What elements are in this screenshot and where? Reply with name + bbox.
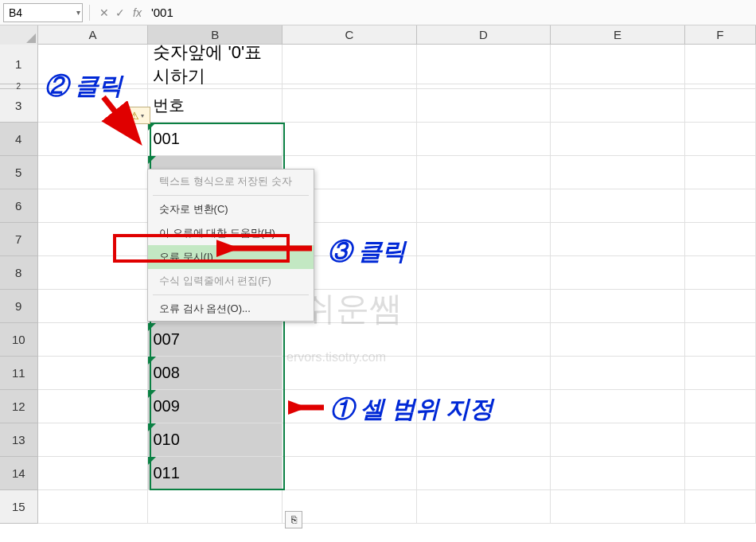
cell-d9[interactable] bbox=[417, 290, 551, 323]
cell-e13[interactable] bbox=[551, 423, 685, 457]
row-header-14[interactable]: 14 bbox=[0, 457, 38, 490]
cell-c3[interactable] bbox=[283, 89, 417, 123]
col-header-c[interactable]: C bbox=[283, 25, 417, 44]
chevron-down-icon[interactable]: ▾ bbox=[76, 8, 80, 17]
row-header-10[interactable]: 10 bbox=[0, 323, 38, 357]
cell-d14[interactable] bbox=[417, 457, 551, 490]
cell-f7[interactable] bbox=[685, 223, 756, 256]
cell-d6[interactable] bbox=[417, 189, 551, 223]
cell-d7[interactable] bbox=[417, 223, 551, 256]
cell-c14[interactable] bbox=[283, 457, 417, 490]
row-header-12[interactable]: 12 bbox=[0, 390, 38, 423]
cell-f6[interactable] bbox=[685, 189, 756, 223]
cell-a5[interactable] bbox=[38, 156, 149, 189]
cell-a8[interactable] bbox=[38, 256, 149, 290]
cell-e9[interactable] bbox=[551, 290, 685, 323]
cell-d15[interactable] bbox=[417, 490, 551, 524]
cell-b4[interactable]: 001 bbox=[148, 123, 283, 156]
cell-e11[interactable] bbox=[551, 357, 685, 390]
row-header-13[interactable]: 13 bbox=[0, 423, 38, 457]
cell-f5[interactable] bbox=[685, 156, 756, 189]
cell-e3[interactable] bbox=[551, 89, 685, 123]
cell-c13[interactable] bbox=[283, 423, 417, 457]
cell-c12[interactable] bbox=[283, 390, 417, 423]
cell-a6[interactable] bbox=[38, 189, 149, 223]
cell-e7[interactable] bbox=[551, 223, 685, 256]
row-header-7[interactable]: 7 bbox=[0, 223, 38, 256]
cancel-icon[interactable]: ✕ bbox=[99, 6, 109, 19]
menu-ignore-error[interactable]: 오류 무시(I) bbox=[148, 245, 314, 269]
cell-b12[interactable]: 009 bbox=[148, 390, 283, 423]
cell-d11[interactable] bbox=[417, 357, 551, 390]
cell-b13[interactable]: 010 bbox=[148, 423, 283, 457]
cell-d3[interactable] bbox=[417, 89, 551, 123]
menu-error-help[interactable]: 이 오류에 대한 도움말(H) bbox=[148, 221, 314, 245]
menu-convert-number[interactable]: 숫자로 변환(C) bbox=[148, 197, 314, 221]
cell-a1[interactable] bbox=[38, 45, 149, 84]
error-indicator[interactable]: ⚠ ▾ bbox=[123, 107, 150, 124]
cell-d5[interactable] bbox=[417, 156, 551, 189]
row-header-6[interactable]: 6 bbox=[0, 189, 38, 223]
cell-d12[interactable] bbox=[417, 390, 551, 423]
fx-label[interactable]: fx bbox=[133, 6, 142, 19]
cell-b1[interactable]: 숫자앞에 '0'표시하기 bbox=[148, 45, 283, 84]
row-header-8[interactable]: 8 bbox=[0, 256, 38, 290]
cell-d10[interactable] bbox=[417, 323, 551, 357]
cell-f3[interactable] bbox=[685, 89, 756, 123]
cell-f10[interactable] bbox=[685, 323, 756, 357]
cell-a12[interactable] bbox=[38, 390, 149, 423]
cell-f8[interactable] bbox=[685, 256, 756, 290]
cell-a7[interactable] bbox=[38, 223, 149, 256]
cell-a14[interactable] bbox=[38, 457, 149, 490]
menu-edit-formula-bar[interactable]: 수식 입력줄에서 편집(F) bbox=[148, 269, 314, 293]
cell-a15[interactable] bbox=[38, 490, 149, 524]
row-header-1[interactable]: 1 bbox=[0, 45, 38, 84]
cell-f12[interactable] bbox=[685, 390, 756, 423]
cell-b10[interactable]: 007 bbox=[148, 323, 283, 357]
cell-a13[interactable] bbox=[38, 423, 149, 457]
accept-icon[interactable]: ✓ bbox=[115, 6, 125, 19]
cell-f9[interactable] bbox=[685, 290, 756, 323]
cell-b15[interactable] bbox=[148, 490, 283, 524]
cell-a10[interactable] bbox=[38, 323, 149, 357]
cell-d13[interactable] bbox=[417, 423, 551, 457]
cell-f15[interactable] bbox=[685, 490, 756, 524]
paste-options-icon[interactable]: ⎘ bbox=[285, 511, 302, 528]
cell-c15[interactable] bbox=[283, 490, 417, 524]
row-header-15[interactable]: 15 bbox=[0, 490, 38, 524]
cell-e5[interactable] bbox=[551, 156, 685, 189]
cell-e6[interactable] bbox=[551, 189, 685, 223]
cell-c11[interactable] bbox=[283, 357, 417, 390]
cell-e10[interactable] bbox=[551, 323, 685, 357]
cell-a4[interactable] bbox=[38, 123, 149, 156]
row-header-3[interactable]: 3 bbox=[0, 89, 38, 123]
cell-e12[interactable] bbox=[551, 390, 685, 423]
col-header-e[interactable]: E bbox=[551, 25, 685, 44]
cell-f11[interactable] bbox=[685, 357, 756, 390]
cell-d8[interactable] bbox=[417, 256, 551, 290]
cell-f1[interactable] bbox=[685, 45, 756, 84]
cell-f4[interactable] bbox=[685, 123, 756, 156]
cell-b3[interactable]: 번호 bbox=[148, 89, 283, 123]
cell-b11[interactable]: 008 bbox=[148, 357, 283, 390]
cell-d1[interactable] bbox=[417, 45, 551, 84]
cell-e4[interactable] bbox=[551, 123, 685, 156]
cell-f13[interactable] bbox=[685, 423, 756, 457]
cell-c4[interactable] bbox=[283, 123, 417, 156]
cell-c1[interactable] bbox=[283, 45, 417, 84]
cell-a9[interactable] bbox=[38, 290, 149, 323]
cell-a11[interactable] bbox=[38, 357, 149, 390]
cell-b14[interactable]: 011 bbox=[148, 457, 283, 490]
col-header-a[interactable]: A bbox=[38, 25, 149, 44]
cell-e1[interactable] bbox=[551, 45, 685, 84]
row-header-11[interactable]: 11 bbox=[0, 357, 38, 390]
cell-e14[interactable] bbox=[551, 457, 685, 490]
cell-c10[interactable] bbox=[283, 323, 417, 357]
col-header-f[interactable]: F bbox=[685, 25, 756, 44]
row-header-9[interactable]: 9 bbox=[0, 290, 38, 323]
name-box[interactable]: B4 ▾ bbox=[3, 3, 83, 22]
select-all-corner[interactable] bbox=[0, 25, 38, 45]
cell-d4[interactable] bbox=[417, 123, 551, 156]
cell-e8[interactable] bbox=[551, 256, 685, 290]
row-header-4[interactable]: 4 bbox=[0, 123, 38, 156]
